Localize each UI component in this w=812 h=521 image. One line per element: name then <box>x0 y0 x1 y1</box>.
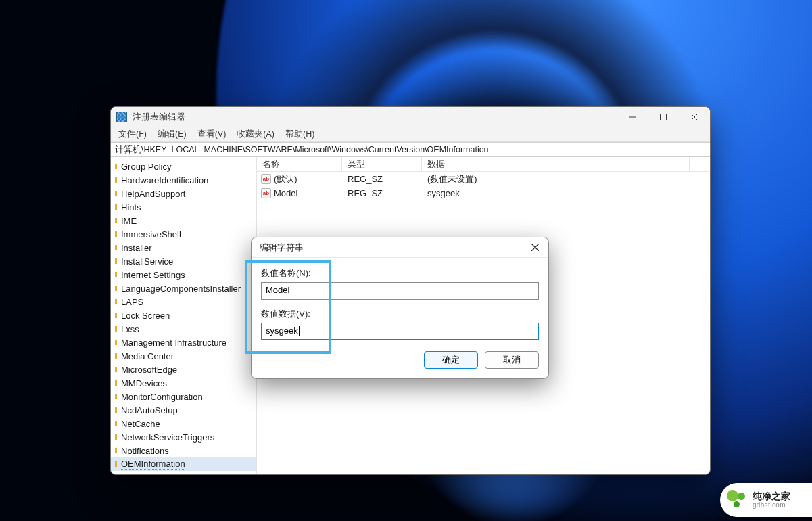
close-button[interactable] <box>679 107 710 127</box>
folder-marker-icon <box>115 258 117 264</box>
svg-rect-1 <box>661 114 667 120</box>
value-row[interactable]: ab(默认)REG_SZ(数值未设置) <box>257 172 710 186</box>
folder-marker-icon <box>115 367 117 372</box>
folder-marker-icon <box>115 177 117 183</box>
tree-item-label: InstallService <box>121 256 173 267</box>
tree-item-label: Management Infrastructure <box>121 338 226 348</box>
folder-marker-icon <box>115 204 117 210</box>
tree-item-label: Notifications <box>121 446 169 456</box>
address-bar[interactable]: 计算机\HKEY_LOCAL_MACHINE\SOFTWARE\Microsof… <box>111 142 710 157</box>
text-caret <box>299 326 300 336</box>
tree-item-hardwareidentification[interactable]: HardwareIdentification <box>111 173 256 187</box>
folder-marker-icon <box>115 313 117 318</box>
folder-marker-icon <box>115 434 117 440</box>
value-type: REG_SZ <box>342 174 422 184</box>
folder-marker-icon <box>115 286 117 291</box>
tree-item-label: MicrosoftEdge <box>121 365 177 375</box>
tree-item-microsoftedge[interactable]: MicrosoftEdge <box>111 363 256 376</box>
tree-item-networkservicetriggers[interactable]: NetworkServiceTriggers <box>111 430 256 444</box>
tree-item-label: Media Center <box>121 351 174 361</box>
tree-item-label: Group Policy <box>121 162 171 172</box>
col-spacer <box>690 157 710 171</box>
value-data: sysgeek <box>422 188 710 198</box>
value-data: (数值未设置) <box>422 173 710 185</box>
tree-item-helpandsupport[interactable]: HelpAndSupport <box>111 187 256 200</box>
value-type: REG_SZ <box>342 188 422 198</box>
tree-item-hints[interactable]: Hints <box>111 200 256 214</box>
tree-item-netcache[interactable]: NetCache <box>111 417 256 430</box>
value-name: (默认) <box>274 173 297 185</box>
tree-item-label: OEMInformation <box>121 459 185 470</box>
value-data-label: 数值数据(V): <box>261 308 539 320</box>
tree-item-label: Internet Settings <box>121 270 185 280</box>
folder-marker-icon <box>115 380 117 386</box>
menu-bar: 文件(F) 编辑(E) 查看(V) 收藏夹(A) 帮助(H) <box>111 127 710 142</box>
folder-marker-icon <box>115 407 117 413</box>
tree-item-ncdautosetup[interactable]: NcdAutoSetup <box>111 403 256 417</box>
tree-item-installservice[interactable]: InstallService <box>111 254 256 268</box>
value-name-input[interactable]: Model <box>261 282 539 300</box>
folder-marker-icon <box>115 326 117 332</box>
value-name-label: 数值名称(N): <box>261 267 539 279</box>
col-name[interactable]: 名称 <box>257 157 342 171</box>
menu-file[interactable]: 文件(F) <box>114 127 151 141</box>
folder-marker-icon <box>115 394 117 399</box>
tree-item-label: HardwareIdentification <box>121 175 208 185</box>
menu-view[interactable]: 查看(V) <box>193 127 231 141</box>
minimize-icon <box>629 114 636 120</box>
reg-string-icon: ab <box>261 174 271 184</box>
folder-marker-icon <box>115 164 117 169</box>
value-data-input[interactable]: sysgeek <box>261 323 539 340</box>
tree-item-lxss[interactable]: Lxss <box>111 322 256 336</box>
tree-item-group-policy[interactable]: Group Policy <box>111 160 256 173</box>
maximize-icon <box>660 114 667 120</box>
window-title: 注册表编辑器 <box>133 111 617 123</box>
folder-marker-icon <box>115 272 117 277</box>
dialog-close-button[interactable] <box>527 240 543 256</box>
tree-item-management-infrastructure[interactable]: Management Infrastructure <box>111 336 256 349</box>
menu-edit[interactable]: 编辑(E) <box>153 127 191 141</box>
minimize-button[interactable] <box>617 107 648 127</box>
window-titlebar[interactable]: 注册表编辑器 <box>111 107 710 127</box>
ok-button[interactable]: 确定 <box>424 351 478 369</box>
site-badge[interactable]: 纯净之家 gdhst.com <box>720 483 812 517</box>
tree-item-label: IME <box>121 216 137 226</box>
tree-item-mmdevices[interactable]: MMDevices <box>111 376 256 390</box>
tree-item-notifications[interactable]: Notifications <box>111 444 256 457</box>
tree-item-label: NetCache <box>121 419 160 429</box>
tree-item-monitorconfiguration[interactable]: MonitorConfiguration <box>111 390 256 403</box>
tree-item-media-center[interactable]: Media Center <box>111 349 256 363</box>
folder-marker-icon <box>115 245 117 250</box>
value-row[interactable]: abModelREG_SZsysgeek <box>257 186 710 200</box>
desktop-wallpaper: 注册表编辑器 文件(F) 编辑(E) 查看(V) 收藏夹(A) 帮助(H) 计算… <box>0 0 812 521</box>
tree-item-ime[interactable]: IME <box>111 214 256 227</box>
cancel-button[interactable]: 取消 <box>485 351 539 369</box>
reg-string-icon: ab <box>261 188 271 198</box>
key-tree[interactable]: Group PolicyHardwareIdentificationHelpAn… <box>111 157 257 474</box>
col-data[interactable]: 数据 <box>422 157 690 171</box>
tree-item-oeminformation[interactable]: OEMInformation <box>111 457 256 471</box>
tree-item-languagecomponentsinstaller[interactable]: LanguageComponentsInstaller <box>111 281 256 295</box>
tree-item-internet-settings[interactable]: Internet Settings <box>111 268 256 281</box>
tree-item-label: MonitorConfiguration <box>121 392 203 402</box>
tree-item-label: LanguageComponentsInstaller <box>121 284 241 294</box>
tree-item-installer[interactable]: Installer <box>111 241 256 254</box>
folder-marker-icon <box>115 421 117 426</box>
tree-item-immersiveshell[interactable]: ImmersiveShell <box>111 227 256 241</box>
tree-item-label: HelpAndSupport <box>121 189 185 199</box>
folder-marker-icon <box>115 218 117 223</box>
maximize-button[interactable] <box>648 107 679 127</box>
dialog-titlebar[interactable]: 编辑字符串 <box>252 237 548 258</box>
values-header: 名称 类型 数据 <box>257 157 710 172</box>
menu-favorites[interactable]: 收藏夹(A) <box>232 127 279 141</box>
tree-item-lock-screen[interactable]: Lock Screen <box>111 309 256 322</box>
tree-item-laps[interactable]: LAPS <box>111 295 256 309</box>
tree-item-label: Lxss <box>121 324 139 334</box>
folder-marker-icon <box>115 448 117 453</box>
regedit-app-icon <box>116 112 127 122</box>
badge-title: 纯净之家 <box>753 491 790 502</box>
folder-marker-icon <box>115 353 117 359</box>
col-type[interactable]: 类型 <box>342 157 422 171</box>
menu-help[interactable]: 帮助(H) <box>281 127 319 141</box>
dialog-title: 编辑字符串 <box>260 242 304 254</box>
